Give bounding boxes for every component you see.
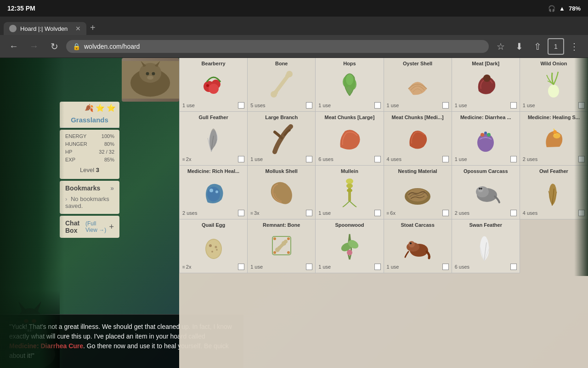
list-item[interactable]: Medicine: Healing S... 2 uses (520, 112, 588, 166)
item-checkbox[interactable] (442, 102, 449, 109)
new-tab-button[interactable]: + (86, 21, 99, 35)
item-checkbox[interactable] (578, 156, 585, 162)
list-item[interactable]: Stoat Carcass 1 use (384, 219, 452, 273)
download-button[interactable]: ⬇ (511, 38, 527, 55)
list-item[interactable]: Large Branch 1 use (248, 112, 316, 166)
tab-close-button[interactable]: ✕ (75, 25, 81, 32)
chat-full-view-link[interactable]: (Full View →) (85, 220, 109, 233)
energy-row: ENERGY 100% (65, 133, 114, 139)
item-uses: 5 uses (250, 103, 265, 108)
item-image (334, 122, 366, 154)
item-checkbox[interactable] (442, 156, 449, 162)
location-label[interactable]: Grasslands (60, 114, 119, 128)
item-checkbox[interactable] (238, 264, 244, 270)
list-item[interactable]: Wild Onion 1 use (520, 58, 588, 112)
list-item[interactable]: Bearberry 1 use (180, 58, 248, 112)
item-checkbox[interactable] (510, 102, 517, 109)
forward-button[interactable]: → (26, 38, 42, 55)
item-checkbox[interactable] (238, 210, 244, 216)
list-item[interactable]: Opossum Carcass 2 uses (452, 166, 520, 219)
list-item[interactable]: Meat Chunks [Medi...] 4 uses (384, 112, 452, 166)
item-image (334, 230, 366, 262)
item-checkbox[interactable] (374, 156, 381, 162)
list-item[interactable]: Swan Feather 6 uses (452, 219, 520, 273)
item-uses: 2 uses (523, 156, 537, 162)
back-button[interactable]: ← (6, 38, 22, 55)
item-footer: ≡ 6x (387, 210, 449, 216)
hoard-panel[interactable]: Bearberry 1 use Bone 5 uses (179, 58, 588, 368)
svg-point-50 (478, 187, 483, 192)
list-item[interactable]: Medicine: Diarrhea ... 1 use (452, 112, 520, 166)
list-item[interactable]: Nesting Material ≡ 6x (384, 166, 452, 219)
star-gold: ⭐ (96, 104, 105, 112)
bookmark-button[interactable]: ☆ (492, 38, 509, 55)
item-checkbox[interactable] (306, 156, 312, 162)
item-checkbox[interactable] (578, 210, 585, 216)
item-checkbox[interactable] (374, 102, 381, 109)
share-button[interactable]: ⇧ (529, 38, 546, 55)
stars-row: 🍂 ⭐ ⭐ (60, 102, 119, 114)
headphone-icon: 🎧 (548, 5, 555, 12)
item-checkbox[interactable] (306, 102, 312, 109)
chat-title: Chat Box (65, 219, 85, 234)
address-bar[interactable]: 🔒 wolvden.com/hoard (66, 40, 489, 53)
svg-point-62 (273, 251, 276, 254)
list-item[interactable]: Mullein 1 use (316, 166, 384, 219)
hunger-value: 80% (94, 141, 114, 147)
svg-marker-11 (18, 301, 27, 312)
medicine-name-link[interactable]: Medicine: Diarrhea Cure (9, 342, 83, 350)
star-fire: 🍂 (85, 104, 94, 112)
item-checkbox[interactable] (374, 210, 381, 216)
svg-point-66 (277, 246, 281, 250)
item-name: Bearberry (182, 61, 244, 66)
item-uses: 4 uses (387, 156, 401, 162)
npc-chat-area: "Yuck! That's not a great illness. We sh… (0, 290, 179, 368)
main-content: 🍂 ⭐ ⭐ Grasslands ENERGY 100% HUNGER 80% (0, 58, 588, 368)
list-item[interactable]: Spoonwood 1 use (316, 219, 384, 273)
menu-button[interactable]: ⋮ (566, 38, 582, 55)
svg-point-74 (408, 241, 415, 247)
list-item[interactable]: Gull Feather ≡ 2x (180, 112, 248, 166)
list-item[interactable]: Remnant: Bone 1 use (248, 219, 316, 273)
item-checkbox[interactable] (578, 102, 585, 109)
refresh-button[interactable]: ↻ (46, 38, 62, 55)
list-item[interactable]: Hops 1 use (316, 58, 384, 112)
svg-point-44 (346, 184, 353, 188)
item-checkbox[interactable] (238, 156, 244, 162)
tab-count-button[interactable]: 1 (548, 38, 564, 55)
list-item[interactable]: Quail Egg ≡ 2x (180, 219, 248, 273)
svg-point-33 (477, 133, 494, 152)
item-image (537, 176, 570, 208)
item-image (469, 122, 502, 154)
svg-point-7 (147, 75, 153, 80)
nav-action-buttons: ☆ ⬇ ⇧ 1 ⋮ (492, 38, 582, 55)
item-footer: 1 use (455, 156, 517, 162)
list-item[interactable]: Oyster Shell 1 use (384, 58, 452, 112)
active-tab[interactable]: Hoard |:| Wolvden ✕ (4, 22, 86, 35)
item-checkbox[interactable] (306, 210, 312, 216)
list-item[interactable]: Bone 5 uses (248, 58, 316, 112)
item-name: Medicine: Rich Heal... (182, 168, 244, 174)
list-item[interactable]: Mollusk Shell ≡ 3x (248, 166, 316, 219)
item-checkbox[interactable] (306, 264, 312, 270)
list-item[interactable]: Owl Feather 4 uses (520, 166, 588, 219)
item-checkbox[interactable] (442, 210, 449, 216)
item-checkbox[interactable] (238, 102, 244, 109)
hp-value: 32 / 32 (94, 149, 114, 155)
list-item[interactable]: Meat Chunks [Large] 6 uses (316, 112, 384, 166)
svg-point-57 (211, 251, 213, 253)
item-checkbox[interactable] (510, 264, 517, 270)
chat-add-button[interactable]: + (109, 222, 114, 232)
item-image (198, 176, 230, 208)
hp-row: HP 32 / 32 (65, 149, 114, 155)
list-item[interactable]: Meat [Dark] 1 use (452, 58, 520, 112)
item-checkbox[interactable] (510, 210, 517, 216)
list-item[interactable]: Medicine: Rich Heal... 2 uses (180, 166, 248, 219)
bookmarks-expand-button[interactable]: » (110, 184, 114, 192)
svg-point-60 (273, 237, 276, 240)
item-checkbox[interactable] (374, 264, 381, 270)
item-footer: 1 use (387, 102, 449, 109)
item-name: Swan Feather (455, 222, 517, 228)
item-checkbox[interactable] (510, 156, 517, 162)
item-checkbox[interactable] (442, 264, 449, 270)
